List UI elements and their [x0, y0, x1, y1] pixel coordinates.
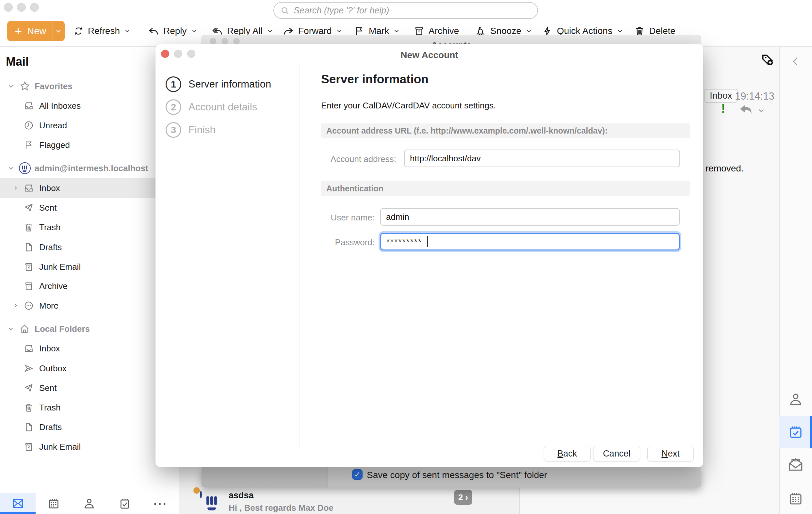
sidebar-section-favorites[interactable]: Favorites — [0, 77, 179, 96]
new-button-divider — [53, 21, 53, 41]
password-label: Password: — [321, 237, 375, 247]
reply-arrow-icon[interactable] — [739, 104, 753, 116]
app-window: Search (type '?' for help) + New Refresh… — [0, 0, 812, 514]
ellipsis-icon: ⋯ — [153, 500, 168, 507]
window-close-button[interactable] — [4, 3, 13, 12]
refresh-button[interactable]: Refresh — [73, 21, 131, 41]
account-address-input[interactable]: http://localhost/dav — [404, 150, 680, 167]
rail-newsletter-button[interactable] — [779, 448, 812, 481]
wizard-step-3[interactable]: 3 Finish — [166, 122, 215, 138]
sidebar-section-local-folders[interactable]: Local Folders — [0, 319, 179, 339]
calendar-check-icon — [788, 424, 804, 440]
chevron-down-icon[interactable] — [7, 325, 14, 332]
sidebar-item-local-drafts[interactable]: Drafts — [0, 417, 179, 437]
chevron-down-icon[interactable] — [54, 27, 63, 35]
chevron-right-icon[interactable] — [12, 302, 19, 309]
sidebar-item-junk[interactable]: Junk Email — [0, 257, 179, 277]
dialog-minimize-button[interactable] — [174, 50, 182, 58]
clock-icon — [24, 120, 34, 131]
chevron-down-icon — [525, 27, 532, 35]
received-time: 19:14:13 — [735, 90, 775, 102]
new-button-label: New — [27, 26, 46, 37]
cancel-button[interactable]: Cancel — [593, 446, 640, 461]
paper-plane-icon — [24, 203, 34, 213]
user-name-input[interactable]: admin — [380, 208, 680, 225]
account-logo — [19, 162, 31, 174]
sidebar-item-more[interactable]: More — [0, 296, 179, 315]
sidebar-item-outbox[interactable]: Outbox — [0, 359, 179, 378]
unread-indicator — [193, 487, 200, 494]
chevron-down-icon[interactable] — [757, 107, 765, 115]
person-icon — [83, 497, 96, 510]
sidebar-item-local-junk[interactable]: Junk Email — [0, 437, 179, 456]
next-button[interactable]: Next — [647, 446, 694, 461]
nav-more-button[interactable]: ⋯ — [142, 493, 178, 514]
archive-box-icon — [24, 281, 34, 291]
rail-selection-indicator — [810, 416, 812, 448]
sidebar-section-account[interactable]: admin@intermesh.localhost — [0, 158, 179, 178]
star-icon — [19, 80, 31, 92]
new-account-dialog: New Account 1 Server information 2 Accou… — [155, 44, 703, 467]
chevron-down-icon — [336, 27, 343, 35]
new-button[interactable]: + New — [7, 21, 65, 41]
thread-count-badge[interactable]: 2 › — [454, 490, 472, 505]
sidebar-item-all-inboxes[interactable]: All Inboxes — [0, 96, 179, 116]
accounts-window-divider — [328, 467, 328, 488]
chevron-down-icon — [393, 27, 400, 35]
chevron-down-icon — [191, 27, 198, 35]
rail-contacts-button[interactable] — [779, 383, 812, 416]
sidebar-item-trash[interactable]: Trash — [0, 217, 179, 237]
trash-icon — [24, 222, 34, 233]
sidebar-item-local-sent[interactable]: Sent — [0, 378, 179, 398]
avatar[interactable] — [200, 491, 202, 498]
page-title: Mail — [6, 55, 29, 68]
nav-mail-button[interactable] — [0, 493, 36, 514]
sidebar-item-local-inbox[interactable]: Inbox — [0, 339, 179, 358]
password-input[interactable]: ********* — [380, 233, 680, 250]
accounts-window-sidebar-sliver — [202, 467, 328, 488]
inbox-tray-icon — [24, 343, 34, 354]
sidebar-item-local-trash[interactable]: Trash — [0, 398, 179, 417]
wizard-step-2[interactable]: 2 Account details — [166, 99, 257, 115]
accounts-window-bottom: ✓ Save copy of sent messages to "Sent" f… — [202, 467, 701, 488]
save-copy-checkbox[interactable]: ✓ — [352, 469, 362, 480]
nav-calendar-button[interactable] — [36, 493, 71, 514]
form-subtitle: Enter your CalDAV/CardDAV account settin… — [321, 100, 496, 111]
back-button[interactable]: Back — [544, 446, 590, 461]
sidebar-item-unread[interactable]: Unread — [0, 116, 179, 135]
dialog-close-button[interactable] — [161, 50, 169, 58]
sidebar-item-sent[interactable]: Sent — [0, 198, 179, 217]
add-tag-icon[interactable] — [760, 52, 776, 67]
message-preview[interactable]: Hi , Best regards Max Doe — [229, 503, 334, 513]
envelope-open-icon — [787, 456, 804, 473]
text-cursor — [427, 236, 428, 247]
tasks-icon — [118, 497, 131, 510]
chevron-down-icon[interactable] — [7, 83, 14, 90]
sidebar-item-drafts[interactable]: Drafts — [0, 237, 179, 257]
folder-badge: Inbox — [704, 89, 737, 102]
window-minimize-button[interactable] — [17, 3, 26, 12]
sidebar-item-archive[interactable]: Archive — [0, 276, 179, 296]
account-address-label: Account address: — [321, 154, 396, 164]
collapse-panel-icon[interactable] — [789, 55, 802, 68]
dialog-zoom-button[interactable] — [187, 50, 195, 58]
person-icon — [788, 392, 804, 407]
inbox-tray-icon — [24, 100, 34, 111]
chevron-right-icon[interactable] — [12, 185, 19, 191]
rail-calendar-button[interactable] — [779, 482, 812, 514]
nav-tasks-button[interactable] — [107, 493, 142, 514]
message-sender[interactable]: asdsa — [229, 490, 254, 501]
rail-tasks-button[interactable] — [779, 416, 812, 448]
chevron-down-icon[interactable] — [7, 164, 14, 172]
sidebar-item-inbox-selected[interactable]: Inbox — [0, 178, 179, 198]
accounts-window-title: Accounts — [202, 40, 701, 44]
reply-button[interactable]: Reply — [148, 21, 198, 41]
priority-mark: ! — [721, 102, 725, 116]
ellipsis-circle-icon — [24, 300, 34, 311]
section-header-account-address: Account address URL (f.e. http://www.exa… — [321, 123, 690, 138]
window-zoom-button[interactable] — [30, 3, 39, 12]
search-input[interactable]: Search (type '?' for help) — [273, 2, 538, 19]
wizard-step-1[interactable]: 1 Server information — [166, 77, 271, 92]
sidebar-item-flagged[interactable]: Flagged — [0, 135, 179, 155]
nav-contacts-button[interactable] — [71, 493, 107, 514]
